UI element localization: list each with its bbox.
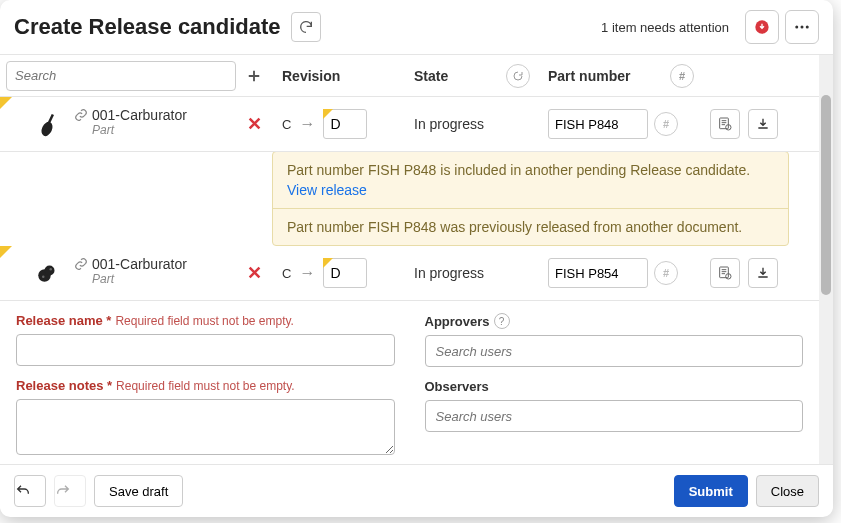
svg-point-11 xyxy=(50,268,53,271)
release-name-label: Release name * xyxy=(16,313,111,328)
svg-point-9 xyxy=(45,266,55,276)
refresh-button[interactable] xyxy=(291,12,321,42)
part-number-input[interactable] xyxy=(548,258,648,288)
warnings-panel: Part number FISH P848 is included in ano… xyxy=(272,151,789,246)
table-row: 001-Carburator Part ✕ C → In progress # xyxy=(0,97,819,152)
plus-icon xyxy=(245,67,263,85)
part-type-text: Part xyxy=(92,272,187,286)
release-notes-textarea[interactable] xyxy=(16,399,395,455)
release-notes-label: Release notes * xyxy=(16,378,112,393)
release-notes-required-note: Required field must not be empty. xyxy=(116,379,295,393)
release-name-required-note: Required field must not be empty. xyxy=(115,314,294,328)
redo-icon xyxy=(55,483,71,499)
part-name-text: 001-Carburator xyxy=(92,256,187,272)
alert-button[interactable] xyxy=(745,10,779,44)
vertical-scrollbar[interactable] xyxy=(819,55,833,464)
hash-icon: # xyxy=(663,118,669,130)
approvers-help-icon[interactable]: ? xyxy=(494,313,510,329)
link-icon xyxy=(74,108,88,122)
page-title: Create Release candidate xyxy=(14,14,281,40)
approvers-label: Approvers xyxy=(425,314,490,329)
approvers-input[interactable] xyxy=(425,335,804,367)
undo-button[interactable] xyxy=(14,475,46,507)
more-button[interactable] xyxy=(785,10,819,44)
save-draft-button[interactable]: Save draft xyxy=(94,475,183,507)
svg-point-2 xyxy=(801,26,804,29)
arrow-right-icon: → xyxy=(299,115,315,133)
submit-button[interactable]: Submit xyxy=(674,475,748,507)
revision-from: C xyxy=(282,117,291,132)
observers-label: Observers xyxy=(425,379,489,394)
revision-to-input[interactable] xyxy=(323,109,367,139)
part-type-text: Part xyxy=(92,123,187,137)
part-number-gen-row-button[interactable]: # xyxy=(654,112,678,136)
svg-rect-5 xyxy=(48,114,54,124)
column-header-part-number: Part number xyxy=(548,68,630,84)
state-refresh-button[interactable] xyxy=(506,64,530,88)
column-header-revision: Revision xyxy=(272,68,404,84)
view-properties-button[interactable] xyxy=(710,258,740,288)
undo-icon xyxy=(15,483,31,499)
link-icon xyxy=(74,257,88,271)
warning-text: Part number FISH P848 was previously rel… xyxy=(287,219,742,235)
revision-to-input[interactable] xyxy=(323,258,367,288)
search-input[interactable] xyxy=(6,61,236,91)
column-header-state: State xyxy=(414,68,448,84)
warning-text: Part number FISH P848 is included in ano… xyxy=(287,162,750,178)
release-name-input[interactable] xyxy=(16,334,395,366)
table-row: 001-Carburator Part ✕ C → In progress # xyxy=(0,246,819,301)
svg-point-3 xyxy=(806,26,809,29)
view-properties-button[interactable] xyxy=(710,109,740,139)
properties-icon xyxy=(717,116,733,132)
part-thumbnail xyxy=(30,256,64,290)
arrow-right-icon: → xyxy=(299,264,315,282)
part-icon xyxy=(32,109,62,139)
svg-rect-12 xyxy=(720,267,729,278)
svg-point-1 xyxy=(795,26,798,29)
part-number-input[interactable] xyxy=(548,109,648,139)
close-button[interactable]: Close xyxy=(756,475,819,507)
remove-row-button[interactable]: ✕ xyxy=(247,262,262,284)
properties-icon xyxy=(717,265,733,281)
state-text: In progress xyxy=(404,97,538,151)
view-release-link[interactable]: View release xyxy=(287,182,774,198)
svg-rect-6 xyxy=(720,118,729,129)
download-icon xyxy=(755,265,771,281)
part-name-text: 001-Carburator xyxy=(92,107,187,123)
add-item-button[interactable] xyxy=(242,64,266,88)
more-horizontal-icon xyxy=(793,18,811,36)
svg-point-4 xyxy=(39,120,54,138)
refresh-icon xyxy=(298,19,314,35)
download-icon xyxy=(755,116,771,132)
download-button[interactable] xyxy=(748,109,778,139)
download-button[interactable] xyxy=(748,258,778,288)
part-icon xyxy=(32,258,62,288)
svg-point-10 xyxy=(42,276,45,279)
remove-row-button[interactable]: ✕ xyxy=(247,113,262,135)
hash-icon: # xyxy=(679,70,685,82)
attention-text: 1 item needs attention xyxy=(601,20,729,35)
part-number-gen-row-button[interactable]: # xyxy=(654,261,678,285)
redo-button xyxy=(54,475,86,507)
cycle-icon xyxy=(512,70,524,82)
hash-icon: # xyxy=(663,267,669,279)
part-number-gen-button[interactable]: # xyxy=(670,64,694,88)
revision-from: C xyxy=(282,266,291,281)
part-thumbnail xyxy=(30,107,64,141)
observers-input[interactable] xyxy=(425,400,804,432)
state-text: In progress xyxy=(404,246,538,300)
alert-down-icon xyxy=(754,19,770,35)
